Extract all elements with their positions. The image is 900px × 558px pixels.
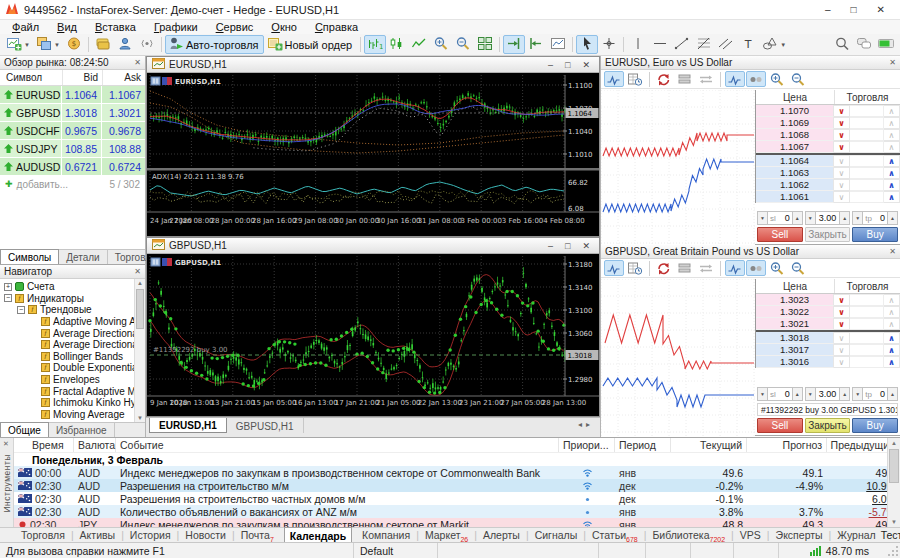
navigator-item[interactable]: fAdaptive Moving Av — [0, 316, 145, 328]
bid-row[interactable]: 1.3018∨∧ — [756, 332, 900, 344]
bid-row[interactable]: 1.3017∨∧ — [756, 344, 900, 356]
navigator-tab-favorites[interactable]: Избранное — [49, 423, 115, 437]
sell-at-price-button[interactable]: ∨ — [834, 191, 850, 203]
zoomin-button[interactable] — [767, 71, 787, 87]
market-watch-row[interactable]: GBPUSD1.30181.3021 — [0, 104, 145, 122]
navigator-item[interactable]: fMoving Average — [0, 409, 145, 421]
objects-list-button[interactable] — [547, 35, 569, 54]
calendar-event-row[interactable]: 02:30AUDРазрешения на строительство м/мд… — [14, 479, 900, 492]
toolbox-tab-маркет[interactable]: Маркет26 — [420, 528, 473, 543]
fibonacci-button[interactable] — [693, 35, 715, 54]
zoomout-button[interactable] — [788, 71, 808, 87]
deposit-button[interactable]: $ — [63, 35, 85, 54]
sell-at-price-button[interactable]: ∨ — [834, 179, 850, 191]
sell-at-price-button[interactable]: ∨ — [834, 318, 850, 330]
buy-at-price-button[interactable]: ∧ — [884, 356, 900, 368]
chart-shift-button[interactable] — [525, 35, 547, 54]
ask-row[interactable]: 1.3021∨∧ — [756, 318, 900, 330]
ddots-button[interactable] — [746, 71, 766, 87]
buy-at-price-button[interactable]: ∧ — [884, 318, 900, 330]
gbpusd-chart-canvas[interactable]: #11392292 buy 3.001.31801.31401.31001.30… — [147, 254, 599, 416]
navigator-item[interactable]: +Счета — [0, 281, 145, 293]
drefresh-button[interactable] — [654, 71, 674, 87]
new-order-button[interactable]: Новый ордер — [264, 35, 358, 54]
dtick-button[interactable] — [725, 71, 745, 87]
scroll-up-icon[interactable]: ▲ — [891, 440, 897, 446]
navigator-item[interactable]: fAverage Directional — [0, 327, 145, 339]
ask-row[interactable]: 1.1070∨∧ — [756, 105, 900, 117]
calendar-column-6[interactable]: Прогноз — [747, 438, 827, 452]
auto-scroll-button[interactable] — [503, 35, 525, 54]
tile-windows-button[interactable] — [474, 35, 496, 54]
step-up-icon[interactable]: ▲ — [792, 211, 803, 225]
ask-row[interactable]: 1.1068∨∧ — [756, 129, 900, 141]
navigator-close-icon[interactable]: ✕ — [134, 267, 141, 276]
autotrade-button[interactable]: Авто-торговля — [165, 35, 264, 54]
stop-loss-stepper[interactable]: ▼sl0▲ — [757, 211, 803, 225]
toolbox-tab-история[interactable]: История — [125, 528, 176, 543]
ask-row[interactable]: 1.3023∨∧ — [756, 294, 900, 306]
close-position-button[interactable]: Закрыть — [805, 418, 851, 433]
close-position-button[interactable]: Закрыть — [805, 227, 851, 242]
market-watch-tab-символы[interactable]: Символы — [0, 249, 59, 264]
search-button[interactable] — [831, 35, 853, 54]
close-button[interactable]: ✕ — [877, 4, 885, 15]
ask-row[interactable]: 1.3022∨∧ — [756, 306, 900, 318]
step-up-icon[interactable]: ▲ — [839, 387, 850, 401]
volume-stepper[interactable]: ▼3.00▲ — [805, 211, 851, 225]
window-minimize-icon[interactable]: – — [548, 60, 553, 70]
window-close-icon[interactable]: ✕ — [582, 241, 590, 251]
buy-at-price-button[interactable]: ∧ — [884, 191, 900, 203]
minimize-button[interactable]: – — [825, 4, 831, 15]
menu-item-файл[interactable]: Файл — [3, 21, 48, 33]
text-label-button[interactable]: T — [737, 35, 759, 54]
scrollbar-thumb[interactable] — [889, 449, 899, 483]
navigator-item[interactable]: −fТрендовые — [0, 304, 145, 316]
calendar-column-0[interactable]: Время — [14, 438, 74, 452]
calendar-column-3[interactable]: Приори... — [559, 438, 615, 452]
line-chart-button[interactable] — [408, 35, 430, 54]
scroll-down-icon[interactable]: ▼ — [891, 519, 897, 525]
toolbox-tab-новости[interactable]: Новости — [180, 528, 231, 543]
candles-chart-button[interactable] — [386, 35, 408, 54]
market-watch-add-row[interactable]: ✚ добавить... 5 / 302 — [0, 176, 145, 192]
step-up-icon[interactable]: ▲ — [887, 387, 898, 401]
market-watch-row[interactable]: EURUSD1.10641.1067 — [0, 86, 145, 104]
take-profit-stepper[interactable]: ▼tp0▲ — [852, 387, 898, 401]
sell-at-price-button[interactable]: ∨ — [834, 306, 850, 318]
toolbox-tab-торговля[interactable]: Торговля — [16, 528, 70, 543]
strategy-tester-label[interactable]: Тестер стратегий — [881, 529, 900, 541]
gbpusd-depth-header[interactable]: GBPUSD, Great Britain Pound vs US Dollar… — [601, 245, 900, 259]
calendar-event-row[interactable]: 02:30AUDКоличество объявлений о вакансия… — [14, 505, 900, 518]
gbpusd-window-titlebar[interactable]: GBPUSD,H1–□✕ — [147, 238, 599, 254]
eurusd-chart-canvas[interactable]: 1.11001.10701.10401.10101.106466.826.08E… — [147, 73, 599, 236]
chat-button[interactable] — [853, 35, 875, 54]
eurusd-depth-tick-chart[interactable] — [601, 90, 755, 245]
dtransfer-button[interactable] — [696, 260, 716, 276]
cursor-button[interactable] — [576, 35, 598, 54]
toolbox-tab-календарь[interactable]: Календарь — [284, 527, 352, 542]
channel-button[interactable] — [715, 35, 737, 54]
window-maximize-icon[interactable]: □ — [565, 60, 570, 70]
step-down-icon[interactable]: ▼ — [852, 211, 863, 225]
calendar-event-row[interactable]: 02:30AUDРазрешения на строительство част… — [14, 492, 900, 505]
market-watch-column-символ[interactable]: Символ — [0, 72, 62, 83]
chart-window-eurusd[interactable]: EURUSD,H1–□✕1.11001.10701.10401.10101.10… — [146, 56, 600, 237]
sell-button[interactable]: Sell — [757, 227, 803, 242]
gbpusd-depth-tick-chart[interactable] — [601, 279, 755, 436]
sell-at-price-button[interactable]: ∨ — [834, 129, 850, 141]
chart-tab-gbpusdh1[interactable]: GBPUSD,H1 — [227, 418, 304, 433]
stop-loss-stepper[interactable]: ▼sl0▲ — [757, 387, 803, 401]
toolbox-tab-статьи[interactable]: Статьи678 — [587, 528, 643, 543]
menu-item-справка[interactable]: Справка — [306, 21, 367, 33]
step-up-icon[interactable]: ▲ — [792, 387, 803, 401]
shapes-button[interactable]: ▼ — [759, 35, 789, 54]
market-watch-header[interactable]: СимволBidAsk — [0, 70, 145, 86]
zoomin-button[interactable] — [767, 260, 787, 276]
buy-at-price-button[interactable]: ∧ — [884, 306, 900, 318]
dtable-button[interactable] — [625, 260, 645, 276]
calendar-event-row[interactable]: 00:00AUDИндекс менеджеров по закупкам в … — [14, 466, 900, 479]
broadcast-button[interactable] — [136, 35, 158, 54]
market-watch-close-icon[interactable]: ✕ — [134, 58, 141, 67]
drows-button[interactable] — [675, 71, 695, 87]
